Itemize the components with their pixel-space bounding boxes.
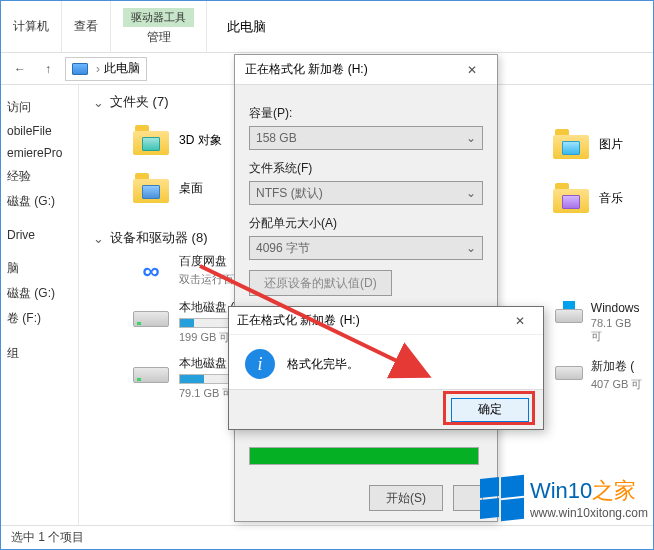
ribbon: 计算机 查看 驱动器工具 管理 此电脑 [1, 1, 653, 53]
watermark-title: Win10之家 [530, 476, 648, 506]
drive-icon [133, 355, 169, 383]
ribbon-label: 管理 [147, 29, 171, 46]
pc-icon [72, 63, 88, 75]
filesystem-label: 文件系统(F) [249, 160, 483, 177]
restore-defaults-button[interactable]: 还原设备的默认值(D) [249, 270, 392, 296]
select-value: NTFS (默认) [256, 185, 323, 202]
sidebar-item[interactable]: 卷 (F:) [5, 306, 74, 331]
close-icon[interactable]: ✕ [457, 63, 487, 77]
sidebar-item[interactable]: 磁盘 (G:) [5, 281, 74, 306]
back-button[interactable]: ← [9, 58, 31, 80]
folder-icon [133, 125, 169, 155]
folder-label: 图片 [599, 136, 623, 153]
allocation-select[interactable]: 4096 字节 ⌄ [249, 236, 483, 260]
chevron-down-icon: ⌄ [466, 186, 476, 200]
right-drives: Windows 78.1 GB 可 新加卷 ( 407 GB 可 [555, 301, 645, 406]
msgbox-message: 格式化完毕。 [287, 356, 359, 373]
sidebar-item[interactable]: 脑 [5, 256, 74, 281]
baidu-icon: ∞ [133, 253, 169, 289]
msgbox-title: 正在格式化 新加卷 (H:) [237, 312, 360, 329]
sidebar-item[interactable]: 组 [5, 341, 74, 366]
drive-sub: 407 GB 可 [591, 377, 642, 392]
chevron-right-icon: › [96, 62, 100, 76]
drive-windows[interactable]: Windows 78.1 GB 可 [555, 301, 645, 344]
folder-icon [553, 183, 589, 213]
folder-label: 3D 对象 [179, 132, 222, 149]
chevron-down-icon: ⌄ [466, 131, 476, 145]
folder-icon [553, 129, 589, 159]
drive-new-volume[interactable]: 新加卷 ( 407 GB 可 [555, 358, 645, 392]
folder-label: 音乐 [599, 190, 623, 207]
status-bar: 选中 1 个项目 [1, 525, 653, 549]
status-text: 选中 1 个项目 [11, 529, 84, 546]
annotation-highlight [443, 391, 535, 425]
filesystem-select[interactable]: NTFS (默认) ⌄ [249, 181, 483, 205]
drive-name: Windows [591, 301, 645, 315]
sidebar-item[interactable]: emierePro [5, 142, 74, 164]
chevron-down-icon: ⌄ [93, 95, 104, 110]
sidebar-item[interactable]: 访问 [5, 95, 74, 120]
sidebar-item[interactable]: 磁盘 (G:) [5, 189, 74, 214]
drive-icon [133, 299, 169, 327]
select-value: 158 GB [256, 131, 297, 145]
message-box: 正在格式化 新加卷 (H:) ✕ i 格式化完毕。 确定 [228, 306, 544, 430]
ribbon-label: 计算机 [13, 18, 49, 35]
chevron-down-icon: ⌄ [93, 231, 104, 246]
up-button[interactable]: ↑ [37, 58, 59, 80]
section-title: 设备和驱动器 (8) [110, 229, 208, 247]
drive-tools-tab: 驱动器工具 [123, 8, 194, 27]
folder-icon [133, 173, 169, 203]
folder-pictures[interactable]: 图片 [553, 121, 643, 167]
start-button[interactable]: 开始(S) [369, 485, 443, 511]
drive-name: 新加卷 ( [591, 358, 642, 375]
sidebar-item[interactable]: obileFile [5, 120, 74, 142]
path-text: 此电脑 [104, 60, 140, 77]
ribbon-tab-view[interactable]: 查看 [62, 1, 111, 52]
msgbox-titlebar[interactable]: 正在格式化 新加卷 (H:) ✕ [229, 307, 543, 335]
windows-logo-icon [480, 476, 524, 520]
section-title: 文件夹 (7) [110, 93, 169, 111]
chevron-down-icon: ⌄ [466, 241, 476, 255]
dialog-title: 正在格式化 新加卷 (H:) [245, 61, 368, 78]
capacity-label: 容量(P): [249, 105, 483, 122]
drive-sub: 78.1 GB 可 [591, 317, 645, 344]
ribbon-tab-drive-tools[interactable]: 驱动器工具 管理 [111, 1, 207, 52]
close-icon[interactable]: ✕ [505, 314, 535, 328]
sidebar: 访问 obileFile emierePro 经验 磁盘 (G:) Drive … [1, 85, 79, 525]
capacity-select[interactable]: 158 GB ⌄ [249, 126, 483, 150]
drive-icon [555, 358, 583, 380]
path-box[interactable]: › 此电脑 [65, 57, 147, 81]
sidebar-item[interactable]: Drive [5, 224, 74, 246]
drive-icon [555, 301, 583, 323]
close-button[interactable] [453, 485, 483, 511]
ribbon-tab-computer[interactable]: 计算机 [1, 1, 62, 52]
ribbon-label: 查看 [74, 18, 98, 35]
watermark-url: www.win10xitong.com [530, 506, 648, 520]
select-value: 4096 字节 [256, 240, 310, 257]
progress-bar [249, 447, 479, 465]
folder-music[interactable]: 音乐 [553, 175, 643, 221]
dialog-titlebar[interactable]: 正在格式化 新加卷 (H:) ✕ [235, 55, 497, 85]
info-icon: i [245, 349, 275, 379]
sidebar-item[interactable]: 经验 [5, 164, 74, 189]
allocation-label: 分配单元大小(A) [249, 215, 483, 232]
folder-label: 桌面 [179, 180, 203, 197]
window-title: 此电脑 [207, 1, 286, 52]
format-dialog: 正在格式化 新加卷 (H:) ✕ 容量(P): 158 GB ⌄ 文件系统(F)… [234, 54, 498, 522]
watermark: Win10之家 www.win10xitong.com [480, 476, 648, 520]
